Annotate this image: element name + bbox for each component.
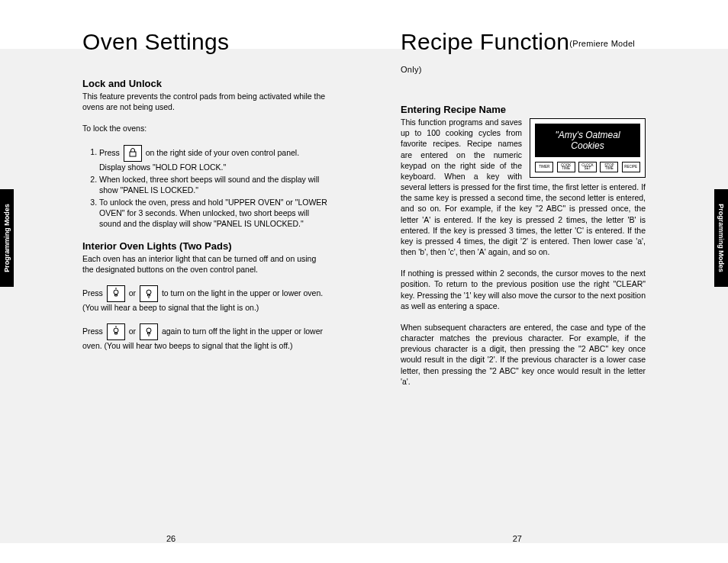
recipe-p2: If nothing is pressed within 2 seconds, …: [401, 268, 646, 311]
heading-lock: Lock and Unlock: [82, 78, 327, 89]
svg-point-4: [147, 328, 151, 333]
right-page: Recipe Function(Premiere Model Only) Ent…: [364, 29, 728, 397]
lights-off: Press or again to turn off the light in …: [82, 323, 327, 351]
lock-icon: [124, 145, 142, 162]
lock-steps: Press on the right side of your oven con…: [82, 145, 327, 230]
display-screen-text: "Amy's Oatmeal Cookies: [535, 124, 640, 157]
lock-step-1: Press on the right side of your oven con…: [99, 145, 327, 172]
svg-point-1: [114, 290, 118, 294]
svg-rect-0: [130, 152, 136, 156]
bulb-down-icon-2: [140, 323, 158, 340]
display-btn: COOK TIME: [557, 162, 575, 172]
left-title: Oven Settings: [82, 29, 327, 55]
right-title: Recipe Function(Premiere Model Only): [401, 29, 646, 81]
lock-intro: This feature prevents the control pads f…: [82, 91, 327, 112]
lights-on: Press or to turn on the light in the upp…: [82, 285, 327, 313]
display-btn: CLOCK SET: [578, 162, 597, 172]
display-btn: TIMER: [535, 162, 553, 172]
display-btn: STOP TIME: [600, 162, 618, 172]
bulb-up-icon: [107, 285, 125, 302]
bulb-down-icon: [140, 285, 158, 302]
bulb-up-icon-2: [107, 323, 125, 340]
lock-step-2: When locked, three short beeps will soun…: [99, 174, 327, 195]
oven-display-illustration: "Amy's Oatmeal Cookies TIMER COOK TIME C…: [530, 118, 646, 178]
content: Oven Settings Lock and Unlock This featu…: [0, 29, 728, 397]
page-number-right: 27: [513, 534, 522, 543]
left-page: Oven Settings Lock and Unlock This featu…: [0, 29, 364, 397]
lights-intro: Each oven has an interior light that can…: [82, 253, 327, 275]
lock-step-3: To unlock the oven, press and hold "UPPE…: [99, 197, 327, 230]
lock-lead: To lock the ovens:: [82, 123, 327, 134]
svg-point-3: [114, 328, 118, 333]
display-buttons: TIMER COOK TIME CLOCK SET STOP TIME RECI…: [530, 162, 645, 177]
svg-point-2: [147, 290, 151, 294]
heading-entering: Entering Recipe Name: [401, 104, 646, 115]
recipe-p3: When subsequent characters are entered, …: [401, 322, 646, 387]
manual-spread: Programming Modes Programming Modes Oven…: [0, 0, 728, 563]
page-number-left: 26: [166, 534, 176, 543]
display-btn: RECIPE: [622, 162, 640, 172]
heading-lights: Interior Oven Lights (Two Pads): [82, 240, 327, 252]
